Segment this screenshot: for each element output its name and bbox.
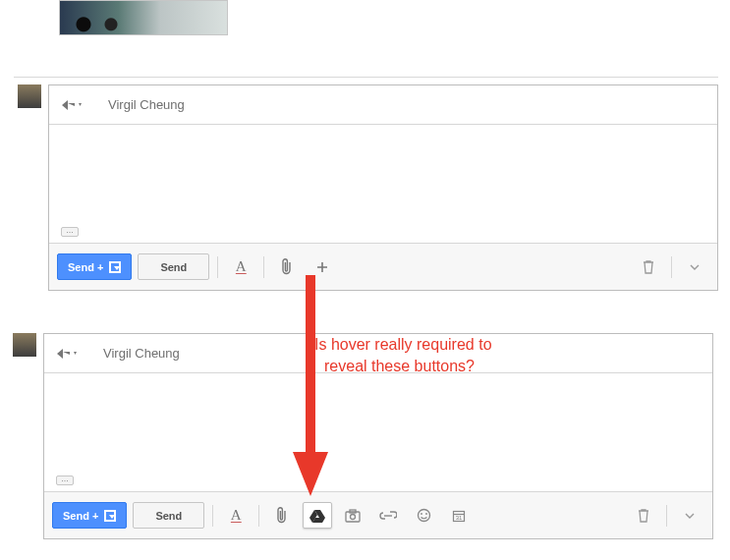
divider (666, 505, 667, 527)
trash-icon (642, 259, 655, 275)
discard-draft-button[interactable] (629, 502, 658, 529)
send-button[interactable]: Send (133, 502, 204, 529)
insert-photo-button[interactable] (338, 502, 367, 529)
show-trimmed-content[interactable]: ··· (56, 476, 74, 485)
formatting-button[interactable]: A (221, 502, 251, 529)
paperclip-icon (275, 507, 289, 525)
svg-point-5 (425, 513, 427, 515)
divider (217, 256, 218, 278)
attach-file-button[interactable] (267, 502, 297, 529)
calendar-icon: 31 (452, 509, 466, 523)
discard-draft-button[interactable] (634, 253, 663, 280)
caret-down-icon (690, 262, 700, 272)
trash-icon (637, 508, 650, 524)
insert-more-button[interactable] (308, 253, 337, 280)
show-trimmed-content[interactable]: ··· (61, 227, 79, 237)
insert-invitation-button[interactable]: 31 (444, 502, 474, 529)
more-options-button[interactable] (675, 502, 704, 529)
recipient-name[interactable]: Virgil Cheung (108, 97, 185, 112)
annotation-line1: Is hover really required to (314, 334, 492, 356)
attach-file-button[interactable] (272, 253, 302, 280)
paperclip-icon (280, 258, 294, 276)
plus-icon (315, 260, 329, 274)
archive-icon (109, 261, 121, 273)
insert-drive-button[interactable] (303, 502, 332, 529)
avatar (13, 333, 36, 357)
reply-dropdown-icon[interactable] (56, 347, 80, 361)
drive-icon (309, 509, 325, 523)
svg-point-1 (351, 514, 356, 519)
archive-icon (104, 510, 116, 522)
caret-down-icon (685, 511, 695, 521)
compose-toolbar: Send + Send A 31 (44, 491, 712, 538)
send-label: Send (155, 510, 182, 522)
insert-link-button[interactable] (373, 502, 403, 529)
annotation-text: Is hover really required to reveal these… (314, 334, 492, 376)
insert-emoji-button[interactable] (409, 502, 438, 529)
avatar (18, 84, 41, 108)
svg-point-4 (421, 513, 422, 515)
send-and-archive-button[interactable]: Send + (52, 502, 127, 529)
send-label: Send (160, 261, 187, 273)
compose-header[interactable]: Virgil Cheung (49, 85, 717, 125)
compose-panel: Virgil Cheung ··· Send + Send A (48, 84, 718, 291)
reply-dropdown-icon[interactable] (61, 98, 84, 112)
recipient-name[interactable]: Virgil Cheung (103, 346, 180, 361)
divider (671, 256, 672, 278)
formatting-button[interactable]: A (226, 253, 255, 280)
divider (212, 505, 213, 527)
attached-image-thumbnail[interactable] (59, 0, 228, 35)
svg-text:31: 31 (456, 515, 463, 521)
annotation-line2: reveal these buttons? (314, 356, 492, 377)
format-a-icon: A (231, 507, 242, 524)
divider (263, 256, 264, 278)
format-a-icon: A (236, 258, 247, 275)
camera-icon (345, 509, 361, 523)
svg-point-3 (418, 510, 429, 522)
send-archive-label: Send + (63, 510, 98, 522)
link-icon (379, 511, 397, 521)
send-button[interactable]: Send (138, 253, 209, 280)
more-options-button[interactable] (680, 253, 709, 280)
send-and-archive-button[interactable]: Send + (57, 253, 132, 280)
compose-toolbar: Send + Send A (49, 243, 717, 290)
compose-body[interactable]: ··· (49, 125, 717, 243)
compose-body[interactable]: ··· (44, 373, 712, 491)
divider (258, 505, 259, 527)
emoji-icon (417, 508, 431, 523)
send-archive-label: Send + (68, 261, 103, 273)
separator (14, 77, 718, 78)
